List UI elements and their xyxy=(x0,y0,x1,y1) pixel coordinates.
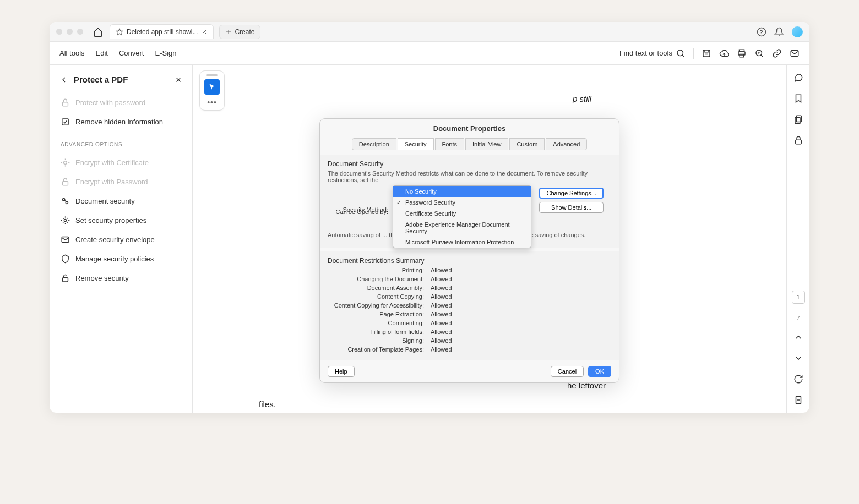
cursor-tool-icon[interactable] xyxy=(204,79,220,95)
dropdown-option[interactable]: Microsoft Purview Information Protection xyxy=(393,237,531,248)
save-icon[interactable] xyxy=(702,48,711,58)
chevron-down-icon[interactable] xyxy=(793,353,803,363)
sidebar-title: Protect a PDF xyxy=(74,75,128,84)
dropdown-option[interactable]: Adobe Experience Manager Document Securi… xyxy=(393,219,531,237)
help-icon[interactable] xyxy=(757,27,766,37)
restriction-row: Changing the Document:Allowed xyxy=(328,276,611,282)
dialog-tab-security[interactable]: Security xyxy=(398,138,434,150)
restriction-row: Content Copying:Allowed xyxy=(328,293,611,300)
search-plus-icon[interactable] xyxy=(754,48,764,58)
security-method-dropdown[interactable]: No SecurityPassword SecurityCertificate … xyxy=(393,185,531,248)
close-tab-icon[interactable] xyxy=(201,29,208,35)
svg-rect-19 xyxy=(795,140,801,144)
cloud-upload-icon[interactable] xyxy=(719,48,729,58)
svg-rect-8 xyxy=(63,102,68,106)
mail-icon[interactable] xyxy=(790,48,800,58)
dialog-tab-initial-view[interactable]: Initial View xyxy=(465,138,508,150)
restriction-row: Creation of Template Pages:Allowed xyxy=(328,346,611,353)
sidebar-item-remove-security[interactable]: Remove security xyxy=(55,269,187,288)
restriction-row: Printing:Allowed xyxy=(328,267,611,273)
pages-icon[interactable] xyxy=(793,114,803,124)
star-icon xyxy=(116,28,123,36)
change-settings-button[interactable]: Change Settings... xyxy=(539,188,604,199)
svg-rect-16 xyxy=(63,278,68,282)
ok-button[interactable]: OK xyxy=(588,366,611,377)
comment-icon[interactable] xyxy=(793,73,803,83)
print-icon[interactable] xyxy=(737,48,747,58)
close-sidebar-icon[interactable] xyxy=(175,76,182,84)
cancel-button[interactable]: Cancel xyxy=(551,366,584,377)
restriction-row: Filling of form fields:Allowed xyxy=(328,328,611,335)
sidebar-item-set-sec-props[interactable]: Set security properties xyxy=(55,211,187,230)
page-fit-icon[interactable] xyxy=(793,395,803,405)
chevron-up-icon[interactable] xyxy=(793,332,803,342)
page-current[interactable]: 1 xyxy=(792,291,805,304)
titlebar: Deleted app still showi... Create xyxy=(50,22,809,42)
thumbnail-more[interactable]: ••• xyxy=(207,98,217,107)
app-window: Deleted app still showi... Create All to… xyxy=(50,22,809,413)
dialog-tab-description[interactable]: Description xyxy=(352,138,396,150)
sidebar-item-doc-security[interactable]: Document security xyxy=(55,191,187,211)
svg-point-14 xyxy=(64,219,66,221)
menu-edit[interactable]: Edit xyxy=(96,49,108,57)
restriction-row: Content Copying for Accessibility:Allowe… xyxy=(328,302,611,309)
sidebar-item-encrypt-pass: Encrypt with Password xyxy=(55,172,187,191)
menu-all-tools[interactable]: All tools xyxy=(59,49,85,57)
link-icon[interactable] xyxy=(772,48,782,58)
sidebar-item-remove-hidden[interactable]: Remove hidden information xyxy=(55,112,187,132)
window-controls[interactable] xyxy=(56,29,83,35)
dialog-tabs: DescriptionSecurityFontsInitial ViewCust… xyxy=(320,138,619,155)
toolbar: All tools Edit Convert E-Sign Find text … xyxy=(50,42,809,65)
document-tab[interactable]: Deleted app still showi... xyxy=(110,24,214,39)
bookmark-icon[interactable] xyxy=(793,94,803,103)
lock-icon[interactable] xyxy=(793,135,803,145)
security-text: The document's Security Method restricts… xyxy=(328,170,611,183)
refresh-icon[interactable] xyxy=(793,374,803,384)
dialog-title: Document Properties xyxy=(320,119,619,138)
svg-rect-9 xyxy=(62,119,68,125)
help-button[interactable]: Help xyxy=(328,366,355,377)
search-icon xyxy=(676,48,686,58)
bell-icon[interactable] xyxy=(774,27,784,37)
svg-point-12 xyxy=(63,199,65,201)
home-icon[interactable] xyxy=(93,27,103,37)
sidebar-item-protect-password: Protect with password xyxy=(55,93,187,112)
dropdown-option[interactable]: Password Security xyxy=(393,197,531,208)
back-icon[interactable] xyxy=(59,75,68,84)
thumbnail-strip: ••• xyxy=(193,65,231,413)
find-text[interactable]: Find text or tools xyxy=(619,48,686,58)
svg-point-1 xyxy=(677,50,683,56)
thumbnail-tool[interactable]: ••• xyxy=(199,70,225,111)
document-properties-dialog: Document Properties DescriptionSecurityF… xyxy=(319,118,619,383)
opened-by-label: Can be Opened by: xyxy=(328,209,388,215)
create-button[interactable]: Create xyxy=(219,25,260,39)
dropdown-option[interactable]: No Security xyxy=(393,186,531,197)
sidebar-item-create-envelope[interactable]: Create security envelope xyxy=(55,230,187,249)
sidebar: Protect a PDF Protect with passwordRemov… xyxy=(50,65,193,413)
svg-rect-2 xyxy=(703,50,710,57)
page-total: 7 xyxy=(796,315,800,321)
svg-rect-18 xyxy=(795,117,800,123)
svg-point-10 xyxy=(64,161,67,165)
avatar[interactable] xyxy=(792,26,803,37)
svg-rect-11 xyxy=(63,182,68,185)
dialog-tab-custom[interactable]: Custom xyxy=(509,138,545,150)
tab-title: Deleted app still showi... xyxy=(127,28,198,36)
dialog-tab-fonts[interactable]: Fonts xyxy=(435,138,465,150)
security-heading: Document Security xyxy=(328,160,611,168)
menu-esign[interactable]: E-Sign xyxy=(155,49,176,57)
restriction-row: Signing:Allowed xyxy=(328,337,611,344)
dropdown-option[interactable]: Certificate Security xyxy=(393,208,531,219)
menu-convert[interactable]: Convert xyxy=(119,49,144,57)
restriction-row: Commenting:Allowed xyxy=(328,320,611,326)
restriction-row: Document Assembly:Allowed xyxy=(328,284,611,291)
svg-rect-17 xyxy=(796,116,801,122)
sidebar-item-manage-policies[interactable]: Manage security policies xyxy=(55,249,187,269)
dialog-tab-advanced[interactable]: Advanced xyxy=(546,138,587,150)
restrictions-heading: Document Restrictions Summary xyxy=(328,257,611,265)
right-panel: 1 7 xyxy=(786,65,809,413)
sidebar-item-encrypt-cert: Encrypt with Certificate xyxy=(55,153,187,172)
advanced-heading: ADVANCED OPTIONS xyxy=(55,133,187,152)
plus-icon xyxy=(225,29,232,35)
tool-menu: All tools Edit Convert E-Sign xyxy=(59,49,177,57)
